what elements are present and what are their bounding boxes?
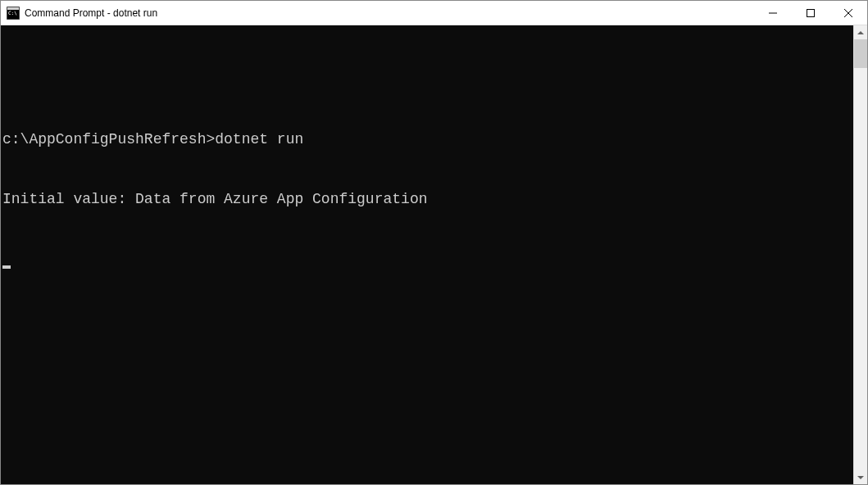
scrollbar-up-button[interactable]	[854, 25, 867, 39]
window-titlebar[interactable]: C:\ Command Prompt - dotnet run	[1, 1, 867, 25]
minimize-button[interactable]	[754, 1, 792, 25]
svg-rect-4	[807, 9, 815, 16]
terminal-area[interactable]: c:\AppConfigPushRefresh>dotnet run Initi…	[1, 25, 853, 484]
close-button[interactable]	[829, 1, 867, 25]
prompt-path: c:\AppConfigPushRefresh>	[2, 131, 215, 147]
svg-text:C:\: C:\	[8, 10, 17, 16]
window-title: Command Prompt - dotnet run	[25, 7, 754, 19]
cmd-icon: C:\	[7, 7, 20, 20]
prompt-command: dotnet run	[215, 131, 303, 147]
terminal-prompt-line: c:\AppConfigPushRefresh>dotnet run	[2, 129, 853, 149]
terminal-cursor	[2, 249, 853, 269]
maximize-button[interactable]	[792, 1, 829, 25]
vertical-scrollbar[interactable]	[853, 25, 867, 484]
window-controls	[754, 1, 867, 25]
terminal-output-line: Initial value: Data from Azure App Confi…	[2, 189, 853, 209]
chevron-down-icon	[857, 476, 864, 479]
scrollbar-down-button[interactable]	[854, 470, 867, 484]
chevron-up-icon	[857, 31, 864, 34]
scrollbar-thumb[interactable]	[854, 39, 867, 68]
